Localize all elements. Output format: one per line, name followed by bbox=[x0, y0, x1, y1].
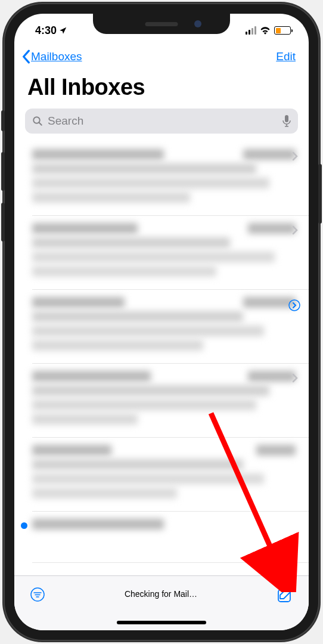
mail-item[interactable] bbox=[14, 364, 309, 438]
filter-icon bbox=[30, 587, 45, 602]
dictation-icon[interactable] bbox=[282, 115, 291, 127]
chevron-right-icon bbox=[292, 225, 298, 235]
mail-list bbox=[14, 134, 309, 563]
edit-button[interactable]: Edit bbox=[276, 50, 296, 63]
location-icon bbox=[59, 26, 67, 35]
chevron-right-icon bbox=[292, 151, 298, 161]
search-icon bbox=[32, 116, 43, 126]
thread-chevron-icon bbox=[288, 299, 300, 311]
status-icons bbox=[246, 26, 291, 35]
filter-button[interactable] bbox=[30, 587, 45, 605]
mail-item[interactable] bbox=[14, 512, 309, 563]
nav-bar: Mailboxes Edit bbox=[14, 42, 309, 71]
page-title: All Inboxes bbox=[14, 71, 309, 109]
chevron-left-icon bbox=[21, 49, 31, 64]
svg-point-5 bbox=[289, 300, 300, 311]
home-indicator[interactable] bbox=[117, 621, 206, 624]
mail-item[interactable] bbox=[14, 438, 309, 512]
compose-icon bbox=[277, 587, 293, 603]
back-button[interactable]: Mailboxes bbox=[21, 49, 82, 64]
mail-item[interactable] bbox=[14, 142, 309, 216]
search-placeholder: Search bbox=[48, 114, 278, 128]
back-label: Mailboxes bbox=[31, 50, 82, 63]
compose-button[interactable] bbox=[277, 587, 293, 606]
time-text: 4:30 bbox=[35, 24, 57, 37]
svg-line-1 bbox=[39, 122, 42, 125]
cellular-signal-icon bbox=[246, 26, 256, 35]
mail-item[interactable] bbox=[14, 216, 309, 290]
svg-rect-2 bbox=[285, 115, 288, 122]
unread-indicator-icon bbox=[21, 522, 27, 529]
toolbar-status-text: Checking for Mail… bbox=[125, 587, 197, 599]
status-time: 4:30 bbox=[35, 24, 67, 37]
chevron-right-icon bbox=[292, 373, 298, 383]
wifi-icon bbox=[260, 26, 271, 35]
battery-icon bbox=[274, 26, 291, 35]
mail-item[interactable] bbox=[14, 290, 309, 364]
search-field[interactable]: Search bbox=[25, 109, 298, 134]
